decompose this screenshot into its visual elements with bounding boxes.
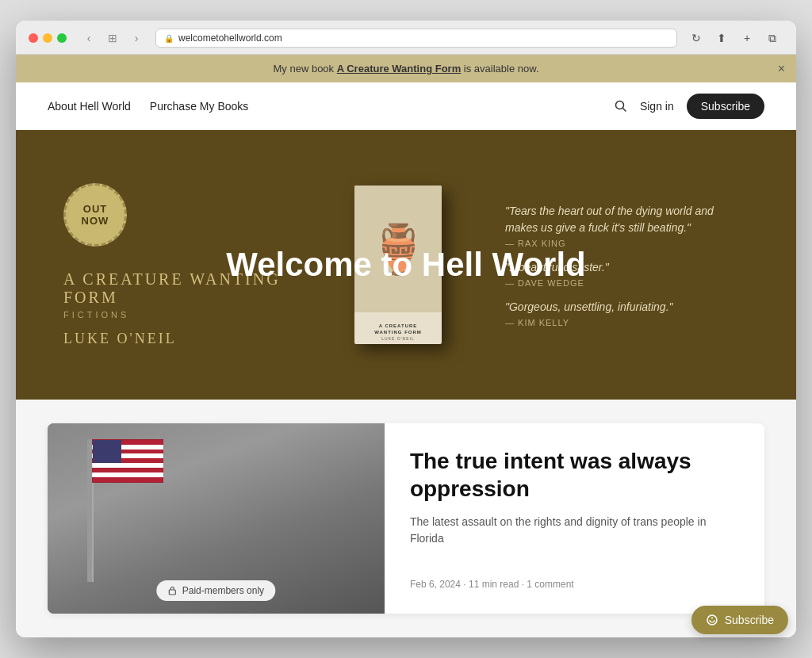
article-excerpt: The latest assault on the rights and dig… (410, 514, 739, 547)
lock-badge-icon (168, 586, 178, 595)
back-button[interactable]: ‹ (78, 29, 100, 47)
svg-point-4 (711, 618, 713, 619)
browser-body: My new book A Creature Wanting Form is a… (16, 55, 796, 637)
announcement-banner: My new book A Creature Wanting Form is a… (16, 55, 796, 82)
forward-button[interactable]: › (125, 29, 147, 47)
tab-overview-button[interactable]: ⧉ (761, 29, 783, 47)
quote-1: "Tears the heart out of the dying world … (505, 203, 749, 248)
search-icon (615, 100, 627, 113)
flag (92, 439, 163, 483)
subscribe-icon (706, 614, 718, 626)
out-now-line1: OUT (83, 203, 107, 215)
sidebar-toggle[interactable]: ⊞ (102, 29, 124, 47)
announcement-close-button[interactable]: × (778, 62, 785, 76)
book-cover-text: A CREATUREWANTING FORM LUKE O'NEIL (354, 323, 442, 341)
browser-chrome: ‹ ⊞ › 🔒 welcometohellworld.com ↻ ⬆ + ⧉ (16, 21, 796, 55)
svg-point-3 (707, 615, 717, 625)
nav-books[interactable]: Purchase My Books (150, 100, 249, 113)
address-bar[interactable]: 🔒 welcometohellworld.com (155, 29, 677, 48)
nav-right: Sign in Subscribe (615, 94, 764, 119)
article-comments: 1 comment (527, 579, 573, 590)
meta-separator-1: · (463, 579, 469, 590)
article-read-time: 11 min read (469, 579, 519, 590)
article-card[interactable]: Paid-members only The true intent was al… (48, 423, 764, 614)
announcement-link[interactable]: A Creature Wanting Form (337, 63, 462, 75)
flag-canton (93, 440, 121, 463)
hero-content: OUT NOW A Creature Wanting Form Fictions… (16, 183, 796, 347)
hero-book-author: Luke O'Neil (63, 331, 307, 347)
lock-icon: 🔒 (164, 34, 174, 43)
article-date: Feb 6, 2024 (410, 579, 461, 590)
quote-3-text: "Gorgeous, unsettling, infuriating." (505, 299, 749, 316)
announcement-text-suffix: is available now. (464, 63, 539, 75)
quote-3-attribution: — Kim Kelly (505, 318, 749, 327)
out-now-badge: OUT NOW (63, 183, 127, 247)
search-button[interactable] (615, 100, 627, 113)
fullscreen-traffic-light[interactable] (57, 33, 67, 43)
signin-button[interactable]: Sign in (640, 100, 674, 113)
paid-badge-text: Paid-members only (182, 585, 264, 596)
paid-members-badge: Paid-members only (157, 580, 275, 601)
book-cover-author: LUKE O'NEIL (354, 336, 442, 341)
quote-1-text: "Tears the heart out of the dying world … (505, 203, 749, 236)
book-cover-title: A CREATUREWANTING FORM (354, 323, 442, 336)
share-button[interactable]: ⬆ (710, 29, 733, 47)
svg-rect-2 (170, 590, 176, 595)
subscribe-float-button[interactable]: Subscribe (691, 606, 788, 634)
quote-3: "Gorgeous, unsettling, infuriating." — K… (505, 299, 749, 327)
minimize-traffic-light[interactable] (43, 33, 52, 43)
article-image: Paid-members only (48, 423, 385, 614)
content-section: Paid-members only The true intent was al… (16, 400, 796, 637)
hero-site-title: Welcome to Hell World (226, 246, 586, 284)
browser-window: ‹ ⊞ › 🔒 welcometohellworld.com ↻ ⬆ + ⧉ M… (16, 21, 796, 637)
url-display: welcometohellworld.com (178, 33, 282, 44)
nav-links: About Hell World Purchase My Books (48, 100, 248, 113)
browser-nav: ‹ ⊞ › (78, 29, 147, 47)
nav-subscribe-button[interactable]: Subscribe (687, 94, 764, 119)
close-traffic-light[interactable] (29, 33, 38, 43)
svg-line-1 (622, 109, 626, 112)
subscribe-float-label: Subscribe (725, 614, 774, 626)
article-meta: Feb 6, 2024 · 11 min read · 1 comment (410, 579, 739, 590)
hero-book-subtitle: Fictions (63, 310, 307, 319)
article-info: The true intent was always oppression Th… (385, 423, 764, 614)
nav-about[interactable]: About Hell World (48, 100, 131, 113)
new-tab-button[interactable]: + (736, 29, 758, 47)
reload-button[interactable]: ↻ (685, 29, 707, 47)
hero-section: OUT NOW A Creature Wanting Form Fictions… (16, 130, 796, 400)
site-navigation: About Hell World Purchase My Books Sign … (16, 82, 796, 130)
announcement-text-prefix: My new book (274, 63, 337, 75)
article-title[interactable]: The true intent was always oppression (410, 447, 739, 503)
out-now-line2: NOW (82, 215, 109, 227)
traffic-lights (29, 33, 67, 43)
